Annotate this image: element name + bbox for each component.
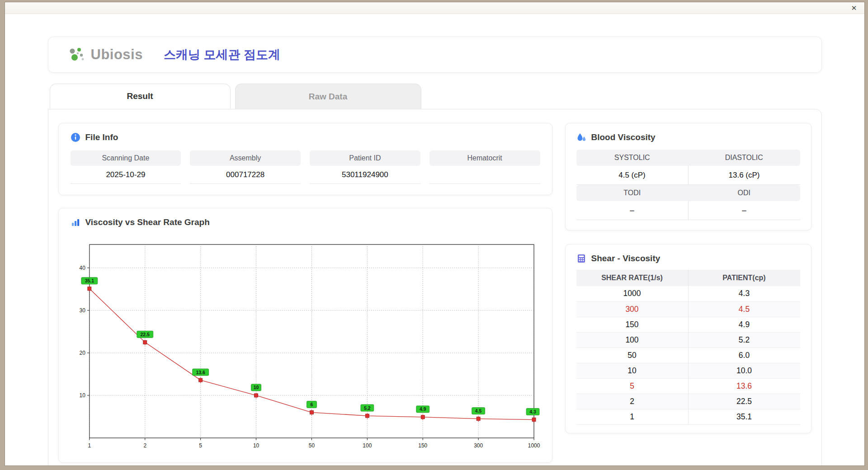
logo-dots-icon: [66, 44, 87, 65]
svg-text:4.5: 4.5: [475, 409, 481, 414]
patient-cell: 10.0: [688, 363, 800, 378]
svg-text:5.2: 5.2: [364, 406, 371, 411]
field-value: 2025-10-29: [71, 166, 181, 184]
svg-text:10: 10: [79, 392, 85, 399]
field-value: [429, 166, 540, 184]
table-row: 5 13.6: [576, 378, 800, 394]
field-label: Assembly: [190, 150, 301, 166]
patient-cell: 5.2: [688, 332, 800, 348]
systolic-label: SYSTOLIC: [576, 150, 689, 166]
result-panel: File Info Scanning Date 2025-10-29 Assem…: [48, 109, 822, 465]
page-title: 스캐닝 모세관 점도계: [164, 47, 280, 63]
file-info-card: File Info Scanning Date 2025-10-29 Assem…: [58, 123, 552, 195]
table-row: 1 35.1: [576, 409, 800, 424]
svg-text:10: 10: [253, 385, 259, 390]
table-header-row: SHEAR RATE(1/s) PATIENT(cp): [576, 270, 800, 286]
svg-text:10: 10: [253, 442, 259, 449]
right-column: Blood Viscosity SYSTOLIC DIASTOLIC 4.5 (…: [565, 123, 811, 463]
odi-value: –: [688, 201, 800, 220]
table-row: 2 22.5: [576, 394, 800, 409]
diastolic-label: DIASTOLIC: [688, 150, 800, 166]
shear-rate-cell: 100: [576, 332, 689, 348]
file-info-fields: Scanning Date 2025-10-29 Assembly 000717…: [71, 150, 540, 184]
patient-cell: 35.1: [688, 409, 800, 424]
viscosity-chart: 125105010015030010001020304035.122.513.6…: [71, 233, 540, 455]
blood-viscosity-title: Blood Viscosity: [591, 132, 656, 142]
odi-label: ODI: [688, 185, 800, 201]
shear-rate-cell: 1: [576, 409, 689, 424]
logo-text: Ubiosis: [91, 47, 143, 63]
window-content: Ubiosis 스캐닝 모세관 점도계 Result Raw Data: [5, 14, 864, 465]
tab-raw-data[interactable]: Raw Data: [235, 84, 421, 109]
shear-rate-cell: 150: [576, 317, 689, 332]
bar-chart-icon: [71, 217, 80, 227]
svg-text:6: 6: [310, 402, 313, 407]
app-window: ✕ Ubiosis 스캐닝 모세관 점도계: [5, 2, 865, 466]
field-label: Hematocrit: [429, 150, 540, 166]
svg-text:13.6: 13.6: [196, 370, 205, 375]
svg-text:300: 300: [474, 442, 483, 449]
patient-cell: 4.9: [688, 317, 800, 332]
field-scanning-date: Scanning Date 2025-10-29: [71, 150, 181, 184]
tab-bar: Result Raw Data: [48, 84, 822, 109]
svg-text:40: 40: [79, 265, 85, 271]
patient-cell: 6.0: [688, 348, 800, 363]
table-row: 1000 4.3: [576, 286, 800, 301]
column-shear-rate: SHEAR RATE(1/s): [576, 270, 689, 286]
calculator-icon: [576, 254, 586, 263]
header-card: Ubiosis 스캐닝 모세관 점도계: [48, 37, 822, 73]
shear-viscosity-title: Shear - Viscosity: [591, 254, 660, 263]
patient-cell: 4.3: [688, 286, 800, 301]
svg-text:4.3: 4.3: [529, 409, 536, 414]
todi-label: TODI: [576, 185, 689, 201]
table-row: 150 4.9: [576, 317, 800, 332]
titlebar: ✕: [5, 2, 864, 14]
ubiosis-logo: Ubiosis: [66, 44, 143, 65]
diastolic-value: 13.6 (cP): [688, 166, 800, 185]
svg-text:1000: 1000: [528, 442, 540, 449]
svg-text:2: 2: [143, 442, 146, 449]
svg-text:100: 100: [363, 442, 372, 449]
graph-card: Viscosity vs Shear Rate Graph 1251050100…: [58, 208, 552, 463]
field-assembly: Assembly 000717228: [190, 150, 301, 184]
patient-cell: 22.5: [688, 394, 800, 409]
column-patient: PATIENT(cp): [688, 270, 800, 286]
field-label: Patient ID: [310, 150, 420, 166]
close-icon[interactable]: ✕: [849, 3, 859, 13]
table-row: 300 4.5: [576, 301, 800, 317]
shear-rate-cell: 1000: [576, 286, 689, 301]
svg-text:4.9: 4.9: [419, 407, 426, 412]
shear-viscosity-card: Shear - Viscosity SHEAR RATE(1/s) PATIEN…: [565, 244, 811, 433]
table-row: 50 6.0: [576, 348, 800, 363]
svg-text:30: 30: [79, 307, 85, 314]
shear-rate-cell: 300: [576, 301, 689, 317]
table-row: 10 10.0: [576, 363, 800, 378]
shear-rate-cell: 10: [576, 363, 689, 378]
blood-viscosity-grid: SYSTOLIC DIASTOLIC 4.5 (cP) 13.6 (cP) TO…: [576, 150, 800, 220]
todi-value: –: [576, 201, 688, 220]
shear-viscosity-table: SHEAR RATE(1/s) PATIENT(cp) 1000 4.3: [576, 270, 800, 425]
left-column: File Info Scanning Date 2025-10-29 Assem…: [58, 123, 552, 463]
svg-text:5: 5: [199, 442, 202, 449]
patient-cell: 4.5: [688, 301, 800, 317]
table-row: 100 5.2: [576, 332, 800, 348]
svg-text:1: 1: [88, 442, 91, 449]
systolic-value: 4.5 (cP): [576, 166, 688, 185]
shear-rate-cell: 5: [576, 378, 689, 394]
shear-rate-cell: 2: [576, 394, 689, 409]
svg-text:35.1: 35.1: [85, 278, 94, 283]
blood-viscosity-card: Blood Viscosity SYSTOLIC DIASTOLIC 4.5 (…: [565, 123, 811, 230]
field-hematocrit: Hematocrit: [429, 150, 540, 184]
patient-cell: 13.6: [688, 378, 800, 394]
field-value: 53011924900: [310, 166, 420, 184]
chart-area: 125105010015030010001020304035.122.513.6…: [71, 233, 540, 455]
shear-rate-cell: 50: [576, 348, 689, 363]
field-value: 000717228: [190, 166, 301, 184]
field-patient-id: Patient ID 53011924900: [310, 150, 420, 184]
svg-text:50: 50: [308, 442, 315, 449]
field-label: Scanning Date: [71, 150, 181, 166]
svg-text:22.5: 22.5: [140, 332, 150, 337]
svg-text:150: 150: [418, 442, 427, 449]
tab-result[interactable]: Result: [50, 84, 231, 109]
graph-title: Viscosity vs Shear Rate Graph: [85, 217, 210, 227]
